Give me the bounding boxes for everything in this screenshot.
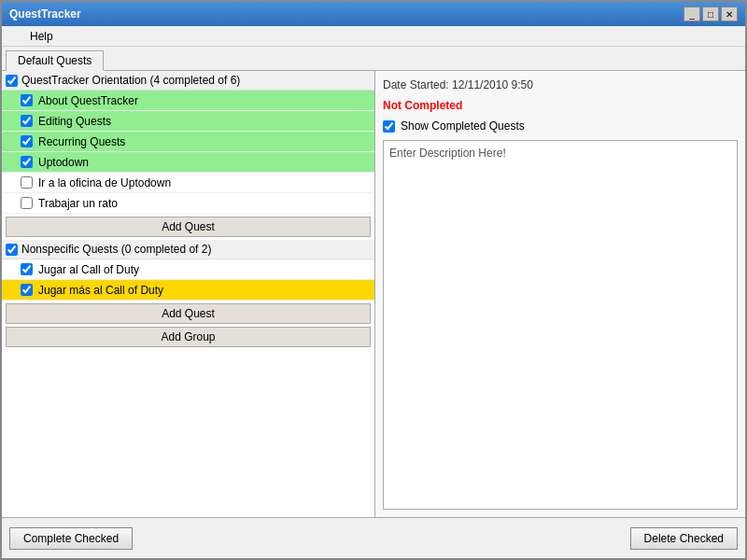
date-started-value: 12/11/2010 9:50 (452, 78, 533, 91)
group1-add-quest-button[interactable]: Add Quest (6, 217, 371, 237)
description-text: Enter Description Here! (389, 147, 506, 160)
complete-checked-button[interactable]: Complete Checked (9, 527, 133, 550)
quest-checkbox-q5[interactable] (21, 176, 33, 189)
delete-checked-button[interactable]: Delete Checked (630, 527, 738, 550)
close-button[interactable]: ✕ (721, 7, 738, 21)
title-bar-buttons: _ □ ✕ (684, 7, 738, 21)
show-completed-row: Show Completed Quests (383, 119, 738, 133)
add-group-button[interactable]: Add Group (6, 327, 371, 347)
show-completed-checkbox[interactable] (383, 120, 395, 133)
window-title: QuestTracker (9, 7, 81, 21)
description-box[interactable]: Enter Description Here! (383, 140, 738, 510)
group2-header: Nonspecific Quests (0 completed of 2) (2, 240, 374, 259)
tab-default-quests[interactable]: Default Quests (6, 50, 104, 71)
title-bar: QuestTracker _ □ ✕ (2, 2, 745, 26)
group2-checkbox[interactable] (6, 244, 18, 256)
quest-item-q2: Editing Quests (2, 111, 374, 132)
quest-label-q5[interactable]: Ir a la oficina de Uptodown (38, 176, 171, 189)
main-window: QuestTracker _ □ ✕ Help Default Quests Q… (0, 0, 747, 560)
left-panel: QuestTracker Orientation (4 completed of… (2, 71, 375, 517)
group2-add-quest-button[interactable]: Add Quest (6, 303, 371, 324)
quest-item-q7: Jugar al Call of Duty (2, 259, 374, 280)
quest-checkbox-q6[interactable] (21, 197, 33, 209)
menu-bar: Help (2, 26, 745, 47)
date-started-label: Date Started: (383, 78, 449, 91)
quest-checkbox-q2[interactable] (21, 115, 33, 127)
tab-bar: Default Quests (2, 47, 745, 70)
quest-checkbox-q1[interactable] (21, 94, 33, 106)
quest-label-q7[interactable]: Jugar al Call of Duty (38, 263, 139, 276)
quest-label-q4[interactable]: Uptodown (38, 156, 89, 169)
group2-label: Nonspecific Quests (0 completed of 2) (21, 243, 211, 256)
maximize-button[interactable]: □ (702, 7, 719, 21)
show-completed-label: Show Completed Quests (401, 119, 525, 133)
quest-item-q4: Uptodown (2, 152, 374, 173)
group1-header: QuestTracker Orientation (4 completed of… (2, 71, 374, 91)
status-badge: Not Completed (383, 99, 738, 112)
quest-item-q8: Jugar más al Call of Duty (2, 280, 374, 301)
group1-label: QuestTracker Orientation (4 completed of… (21, 74, 240, 87)
quest-label-q1[interactable]: About QuestTracker (38, 94, 138, 107)
quest-label-q6[interactable]: Trabajar un rato (38, 197, 118, 210)
bottom-bar: Complete Checked Delete Checked (2, 517, 745, 558)
quest-item-q3: Recurring Quests (2, 132, 374, 152)
quest-item-q1: About QuestTracker (2, 91, 374, 111)
menu-item-file[interactable] (6, 35, 17, 38)
quest-checkbox-q7[interactable] (21, 263, 33, 275)
menu-item-help[interactable]: Help (24, 28, 59, 45)
right-panel: Date Started: 12/11/2010 9:50 Not Comple… (375, 71, 745, 517)
quest-item-q6: Trabajar un rato (2, 193, 374, 214)
quest-label-q3[interactable]: Recurring Quests (38, 135, 125, 148)
quest-checkbox-q4[interactable] (21, 156, 33, 168)
quest-checkbox-q8[interactable] (21, 284, 33, 296)
quest-checkbox-q3[interactable] (21, 135, 33, 147)
minimize-button[interactable]: _ (684, 7, 700, 21)
content-area: QuestTracker Orientation (4 completed of… (2, 70, 745, 517)
quest-label-q2[interactable]: Editing Quests (38, 115, 111, 128)
date-started-row: Date Started: 12/11/2010 9:50 (383, 78, 738, 91)
quest-item-q5: Ir a la oficina de Uptodown (2, 173, 374, 193)
quest-label-q8[interactable]: Jugar más al Call of Duty (38, 284, 163, 297)
group1-checkbox[interactable] (6, 75, 18, 87)
